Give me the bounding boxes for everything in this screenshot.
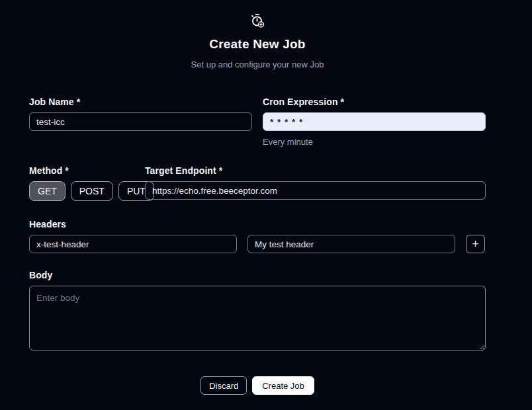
method-group: Method * GET POST PUT <box>29 165 134 201</box>
body-textarea[interactable] <box>29 286 486 350</box>
body-label: Body <box>29 270 486 280</box>
header-row: + <box>29 235 486 253</box>
header-key-input[interactable] <box>29 235 237 253</box>
page-header: Create New Job Set up and configure your… <box>29 13 486 69</box>
cron-group: Cron Expression * Every minute <box>263 97 486 147</box>
cron-label: Cron Expression * <box>263 97 486 107</box>
create-job-form: Job Name * Cron Expression * Every minut… <box>29 97 486 395</box>
job-name-input[interactable] <box>29 112 252 131</box>
method-endpoint-row: Method * GET POST PUT Target Endpoint * <box>29 165 486 201</box>
body-section: Body <box>29 270 486 353</box>
method-post-button[interactable]: POST <box>71 181 113 201</box>
job-name-label: Job Name * <box>29 97 252 107</box>
create-job-button[interactable]: Create Job <box>252 376 314 395</box>
page-title: Create New Job <box>29 37 486 52</box>
method-label: Method * <box>29 165 134 176</box>
form-actions: Discard Create Job <box>29 376 486 395</box>
headers-label: Headers <box>29 219 486 229</box>
headers-section: Headers + <box>29 219 486 253</box>
discard-button[interactable]: Discard <box>200 376 247 395</box>
plus-icon: + <box>472 238 479 250</box>
header-value-input[interactable] <box>247 235 455 253</box>
job-name-group: Job Name * <box>29 97 252 131</box>
endpoint-input[interactable] <box>145 181 486 200</box>
method-get-button[interactable]: GET <box>29 181 66 201</box>
method-button-group: GET POST PUT <box>29 181 134 201</box>
create-job-page: Create New Job Set up and configure your… <box>29 0 486 395</box>
endpoint-label: Target Endpoint * <box>145 165 486 176</box>
name-cron-row: Job Name * Cron Expression * Every minut… <box>29 97 486 147</box>
page-subtitle: Set up and configure your new Job <box>29 60 486 69</box>
timer-plus-icon <box>250 13 265 28</box>
cron-input[interactable] <box>263 112 486 131</box>
endpoint-group: Target Endpoint * <box>145 165 486 200</box>
cron-helper-text: Every minute <box>263 137 486 147</box>
add-header-button[interactable]: + <box>466 235 485 253</box>
